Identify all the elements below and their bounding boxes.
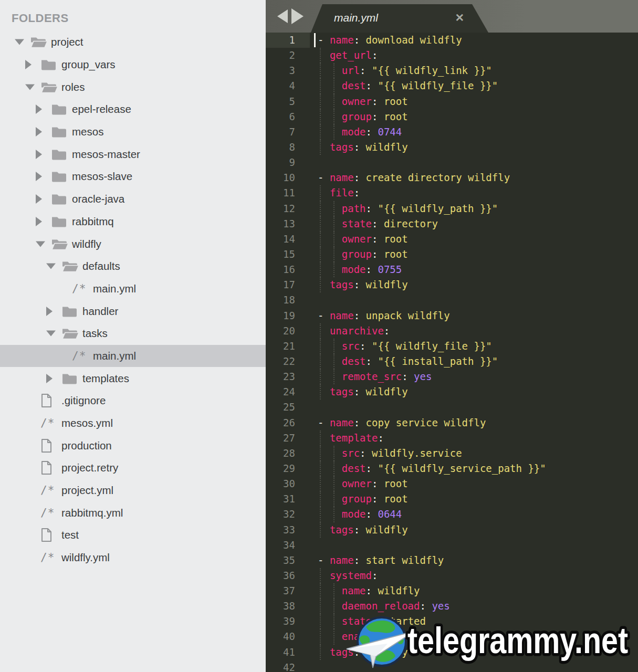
tab-main-yml[interactable]: main.yml ✕: [311, 4, 488, 33]
code-line[interactable]: 31 group: root: [266, 491, 638, 507]
code-line[interactable]: 16 mode: 0755: [266, 262, 638, 277]
code-line[interactable]: 38 daemon_reload: yes: [266, 598, 638, 614]
code-line[interactable]: 19- name: unpack wildfly: [266, 308, 638, 323]
chevron-collapsed-icon[interactable]: [36, 150, 42, 159]
code-line[interactable]: 40 enabled: yes: [266, 629, 638, 644]
code-line[interactable]: 29 dest: "{{ wildfly_service_path }}": [266, 461, 638, 476]
code-line[interactable]: 37 name: wildfly: [266, 583, 638, 598]
code-line[interactable]: 5 owner: root: [266, 94, 638, 109]
tree-item-mesos[interactable]: mesos: [0, 121, 266, 143]
chevron-collapsed-icon[interactable]: [46, 307, 53, 316]
line-number: 5: [266, 94, 310, 109]
tree-item-roles[interactable]: roles: [0, 76, 266, 98]
chevron-collapsed-icon[interactable]: [36, 172, 42, 181]
code-line[interactable]: 13 state: directory: [266, 216, 638, 232]
code-line[interactable]: 10- name: create directory wildfly: [266, 170, 638, 185]
tree-item-project.retry[interactable]: project.retry: [0, 457, 266, 479]
line-number: 42: [266, 660, 310, 672]
code-line[interactable]: 30 owner: root: [266, 476, 638, 491]
code-line[interactable]: 20 unarchive:: [266, 323, 638, 339]
tree-item-handler[interactable]: handler: [0, 300, 266, 322]
folder-closed-icon: [51, 193, 67, 205]
line-number: 15: [266, 247, 310, 262]
file-icon: [40, 460, 53, 475]
code-line[interactable]: 21 src: "{{ wildfly_file }}": [266, 339, 638, 354]
code-line[interactable]: 11 file:: [266, 185, 638, 201]
tree-item-project[interactable]: project: [0, 31, 266, 54]
tree-item-main.yml[interactable]: /*main.yml: [0, 278, 266, 300]
code-line[interactable]: 25: [266, 400, 638, 415]
code-line[interactable]: 26- name: copy service wildfly: [266, 415, 638, 430]
chevron-expanded-icon[interactable]: [46, 331, 56, 337]
tree-item-.gitignore[interactable]: .gitignore: [0, 390, 266, 412]
folder-open-icon: [61, 260, 79, 273]
tree-item-mesos-slave[interactable]: mesos-slave: [0, 165, 266, 188]
folder-closed-icon: [51, 126, 67, 138]
code-line[interactable]: 36 systemd:: [266, 568, 638, 583]
code-line[interactable]: 15 group: root: [266, 247, 638, 262]
chevron-collapsed-icon[interactable]: [46, 374, 53, 383]
code-line[interactable]: 1- name: download wildfly: [266, 33, 638, 48]
chevron-collapsed-icon[interactable]: [36, 104, 42, 114]
chevron-expanded-icon[interactable]: [36, 241, 45, 247]
code-line[interactable]: 6 group: root: [266, 109, 638, 124]
code-line[interactable]: 17 tags: wildfly: [266, 277, 638, 292]
tree-item-rabbitmq.yml[interactable]: /*rabbitmq.yml: [0, 501, 266, 524]
code-line[interactable]: 41 tags: wildfly: [266, 645, 638, 660]
code-line[interactable]: 42: [266, 660, 638, 672]
chevron-collapsed-icon[interactable]: [36, 194, 42, 204]
line-number: 23: [266, 369, 310, 384]
tree-item-main.yml[interactable]: /*main.yml: [0, 345, 266, 368]
chevron-collapsed-icon[interactable]: [25, 60, 32, 69]
code-line[interactable]: 12 path: "{{ wildfly_path }}": [266, 201, 638, 216]
code-line[interactable]: 35- name: start wildfly: [266, 553, 638, 568]
tree-item-defaults[interactable]: defaults: [0, 255, 266, 278]
tab-close-icon[interactable]: ✕: [455, 4, 464, 32]
chevron-expanded-icon[interactable]: [46, 264, 56, 269]
code-line[interactable]: 7 mode: 0744: [266, 124, 638, 140]
code-line[interactable]: 39 state: started: [266, 614, 638, 629]
chevron-expanded-icon[interactable]: [15, 39, 24, 45]
code-line[interactable]: 28 src: wildfly.service: [266, 446, 638, 461]
tab-title: main.yml: [334, 4, 378, 32]
tree-item-label: main.yml: [93, 350, 136, 362]
tree-item-oracle-java[interactable]: oracle-java: [0, 188, 266, 211]
code-line[interactable]: 3 url: "{{ wildfly_link }}": [266, 63, 638, 78]
tree-item-wildfly[interactable]: wildfly: [0, 233, 266, 255]
code-line[interactable]: 23 remote_src: yes: [266, 369, 638, 384]
code-line[interactable]: 9: [266, 155, 638, 170]
code-line[interactable]: 4 dest: "{{ wildfly_file }}": [266, 78, 638, 93]
code-line[interactable]: 32 mode: 0644: [266, 507, 638, 522]
tab-scroll-left-icon[interactable]: [277, 9, 288, 23]
tree-item-label: project.yml: [61, 484, 113, 497]
code-area[interactable]: 1- name: download wildfly2 get_url:3 url…: [266, 33, 638, 672]
tree-item-epel-release[interactable]: epel-release: [0, 98, 266, 121]
tree-item-production[interactable]: production: [0, 434, 266, 457]
tree-item-tasks[interactable]: tasks: [0, 322, 266, 345]
tree-item-mesos.yml[interactable]: /*mesos.yml: [0, 412, 266, 435]
code-line[interactable]: 27 template:: [266, 430, 638, 446]
line-number: 9: [266, 155, 310, 170]
tree-item-group_vars[interactable]: group_vars: [0, 54, 266, 76]
tree-item-wildfly.yml[interactable]: /*wildfly.yml: [0, 547, 266, 569]
code-line[interactable]: 18: [266, 292, 638, 308]
sidebar: FOLDERS projectgroup_varsrolesepel-relea…: [0, 0, 266, 672]
code-line[interactable]: 33 tags: wildfly: [266, 522, 638, 538]
line-number: 24: [266, 384, 310, 400]
chevron-expanded-icon[interactable]: [25, 84, 35, 90]
code-line[interactable]: 22 dest: "{{ install_path }}": [266, 354, 638, 369]
tab-scroll-right-icon[interactable]: [291, 8, 304, 24]
tree-item-rabbitmq[interactable]: rabbitmq: [0, 211, 266, 233]
tree-item-project.yml[interactable]: /*project.yml: [0, 479, 266, 502]
code-line[interactable]: 2 get_url:: [266, 48, 638, 63]
code-line[interactable]: 8 tags: wildfly: [266, 140, 638, 155]
tree-item-label: templates: [82, 372, 129, 385]
code-line[interactable]: 24 tags: wildfly: [266, 384, 638, 400]
tree-item-mesos-master[interactable]: mesos-master: [0, 143, 266, 165]
chevron-collapsed-icon[interactable]: [36, 217, 42, 226]
tree-item-test[interactable]: test: [0, 524, 266, 547]
code-line[interactable]: 14 owner: root: [266, 232, 638, 247]
chevron-collapsed-icon[interactable]: [36, 127, 42, 136]
code-line[interactable]: 34: [266, 538, 638, 553]
tree-item-templates[interactable]: templates: [0, 367, 266, 390]
